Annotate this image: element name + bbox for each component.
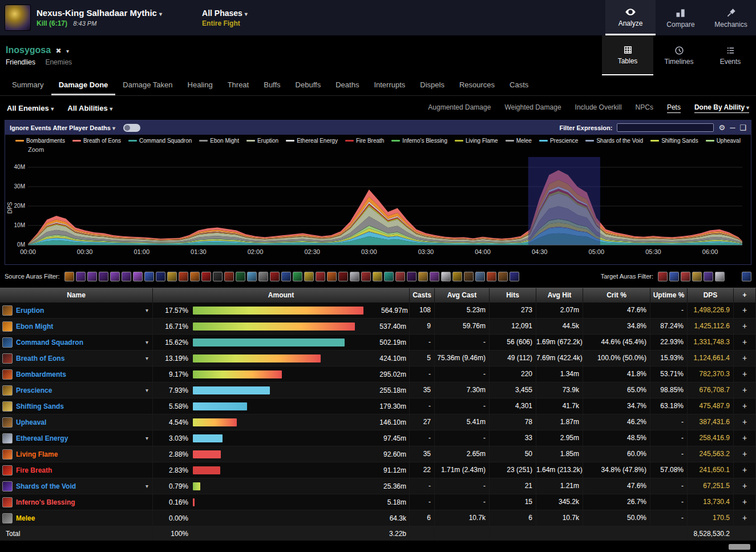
legend-item-shifting-sands[interactable]: Shifting Sands [650, 138, 698, 144]
expand-plus-button[interactable]: + [734, 462, 756, 478]
tab-interrupts[interactable]: Interrupts [366, 75, 413, 95]
tab-casts[interactable]: Casts [502, 75, 536, 95]
minimize-icon[interactable]: ─ [730, 124, 735, 131]
view-tables[interactable]: Tables [602, 35, 653, 75]
target-aura-icon[interactable] [658, 272, 668, 281]
ability-name[interactable]: Ebon Might [16, 323, 53, 331]
nav-mechanics[interactable]: Mechanics [706, 0, 756, 35]
source-aura-icon[interactable] [361, 272, 371, 281]
gear-icon[interactable]: ⚙ [718, 124, 725, 131]
filter-option-include-overkill[interactable]: Include Overkill [575, 103, 622, 112]
source-aura-icon[interactable] [76, 272, 86, 281]
table-row[interactable]: Melee ▾ 0.00% 64.3k 6 10.7k 6 10.7k 50.0… [0, 510, 756, 526]
ability-name[interactable]: Command Squadron [16, 339, 83, 346]
source-aura-icon[interactable] [350, 272, 359, 281]
ability-name-cell[interactable]: Shifting Sands ▾ [0, 398, 153, 414]
ability-name-cell[interactable]: Fire Breath ▾ [0, 462, 153, 478]
source-aura-icon[interactable] [133, 272, 143, 281]
enemies-link[interactable]: Enemies [45, 58, 72, 66]
source-aura-icon[interactable] [418, 272, 428, 281]
source-aura-icon[interactable] [441, 272, 451, 281]
tab-dispels[interactable]: Dispels [413, 75, 452, 95]
tab-buffs[interactable]: Buffs [256, 75, 288, 95]
table-row[interactable]: Shifting Sands ▾ 5.58% 179.30m - - 4,301… [0, 398, 756, 414]
view-timelines[interactable]: Timelines [653, 35, 705, 75]
close-icon[interactable]: ✖ [56, 47, 62, 55]
expand-plus-button[interactable]: + [734, 398, 756, 414]
expand-plus-button[interactable]: + [734, 446, 756, 462]
expand-plus-button[interactable]: + [734, 303, 756, 318]
source-aura-icon[interactable] [304, 272, 314, 281]
table-row[interactable]: Shards of the Void ▾ 0.79% 25.36m - - 21… [0, 478, 756, 494]
table-row[interactable]: Breath of Eons ▾ 13.19% 424.10m 5 75.36m… [0, 350, 756, 366]
source-aura-icon[interactable] [407, 272, 417, 281]
source-aura-icon[interactable] [179, 272, 188, 281]
tab-healing[interactable]: Healing [180, 75, 220, 95]
expand-caret-icon[interactable]: ▾ [145, 435, 148, 441]
table-row[interactable]: Inferno's Blessing ▾ 0.16% 5.18m - - 15 … [0, 494, 756, 510]
expand-plus-button[interactable]: + [734, 414, 756, 430]
legend-item-fire-breath[interactable]: Fire Breath [345, 138, 384, 144]
table-row[interactable]: Bombardments ▾ 9.17% 295.02m - - 220 1.3… [0, 366, 756, 382]
expand-plus-button[interactable]: + [734, 366, 756, 382]
maximize-icon[interactable]: ❑ [739, 124, 746, 131]
ability-name-cell[interactable]: Eruption ▾ [0, 303, 153, 318]
filter-option-npcs[interactable]: NPCs [636, 103, 653, 112]
player-name[interactable]: Inosygosa [6, 45, 51, 55]
table-row[interactable]: Upheaval ▾ 4.54% 146.10m 27 5.41m 78 1.8… [0, 414, 756, 430]
enemies-filter-dropdown[interactable]: All Enemies ▾ [7, 104, 54, 112]
ability-name[interactable]: Bombardments [16, 370, 66, 378]
ability-name-cell[interactable]: Bombardments ▾ [0, 366, 153, 382]
table-row[interactable]: Eruption ▾ 17.57% 564.97m 108 5.23m 273 … [0, 303, 756, 319]
column-header-amount[interactable]: Amount [153, 288, 410, 303]
scroll-corner-handle[interactable] [729, 544, 750, 550]
expand-plus-button[interactable]: + [734, 319, 756, 334]
ability-name-cell[interactable]: Living Flame ▾ [0, 446, 153, 462]
ability-name[interactable]: Shards of the Void [16, 482, 76, 490]
source-aura-icon[interactable] [236, 272, 245, 281]
source-aura-icon[interactable] [487, 272, 496, 281]
table-row[interactable]: Ethereal Energy ▾ 3.03% 97.45m - - 33 2.… [0, 430, 756, 446]
column-header-avg-cast[interactable]: Avg Cast [435, 288, 490, 303]
filter-expression-input[interactable] [617, 123, 714, 132]
column-header-hits[interactable]: Hits [490, 288, 536, 303]
tab-threat[interactable]: Threat [220, 75, 257, 95]
ignore-deaths-dropdown[interactable]: Ignore Events After Player Deaths ▾ [10, 124, 115, 131]
expand-plus-button[interactable]: + [734, 430, 756, 446]
column-header-crit[interactable]: Crit % [583, 288, 650, 303]
ability-name-cell[interactable]: Shards of the Void ▾ [0, 478, 153, 494]
ability-name[interactable]: Melee [16, 514, 35, 522]
legend-item-prescience[interactable]: Prescience [539, 138, 578, 144]
phase-dropdown[interactable]: All Phases ▾ [202, 9, 248, 18]
expand-plus-button[interactable]: + [734, 382, 756, 398]
expand-caret-icon[interactable]: ▾ [145, 307, 148, 313]
column-header-[interactable]: + [734, 288, 756, 303]
ability-name[interactable]: Upheaval [16, 418, 46, 426]
ability-name[interactable]: Breath of Eons [16, 354, 64, 362]
source-aura-icon[interactable] [144, 272, 154, 281]
source-aura-icon[interactable] [270, 272, 280, 281]
source-aura-icon[interactable] [395, 272, 405, 281]
source-aura-icon[interactable] [464, 272, 474, 281]
filter-option-done-by-ability[interactable]: Done By Ability ▾ [694, 103, 749, 113]
ability-name[interactable]: Eruption [16, 307, 44, 315]
ability-name-cell[interactable]: Prescience ▾ [0, 382, 153, 398]
tab-deaths[interactable]: Deaths [328, 75, 366, 95]
tab-damage-done[interactable]: Damage Done [51, 75, 116, 95]
ability-name-cell[interactable]: Melee ▾ [0, 510, 153, 526]
source-aura-icon[interactable] [156, 272, 165, 281]
tab-debuffs[interactable]: Debuffs [288, 75, 329, 95]
filter-option-augmented-damage[interactable]: Augmented Damage [428, 103, 491, 112]
legend-item-eruption[interactable]: Eruption [246, 138, 278, 144]
column-header-avg-hit[interactable]: Avg Hit [536, 288, 583, 303]
target-aura-icon[interactable] [715, 272, 725, 281]
legend-item-breath-of-eons[interactable]: Breath of Eons [72, 138, 121, 144]
expand-caret-icon[interactable]: ▾ [145, 483, 148, 489]
filter-option-weighted-damage[interactable]: Weighted Damage [504, 103, 561, 112]
target-aura-icon[interactable] [742, 272, 751, 281]
source-aura-icon[interactable] [167, 272, 177, 281]
source-aura-icon[interactable] [475, 272, 485, 281]
table-row[interactable]: Fire Breath ▾ 2.83% 91.12m 22 1.71m (2.4… [0, 462, 756, 478]
target-aura-icon[interactable] [692, 272, 702, 281]
source-aura-icon[interactable] [316, 272, 325, 281]
